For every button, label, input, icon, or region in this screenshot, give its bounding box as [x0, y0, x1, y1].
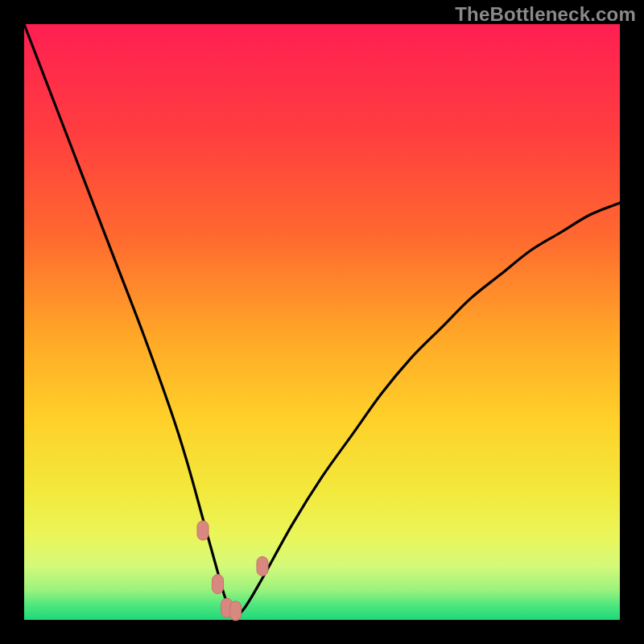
plot-background — [24, 24, 620, 620]
bottleneck-chart — [0, 0, 644, 644]
chart-frame: { "watermark": "TheBottleneck.com", "col… — [0, 0, 644, 644]
curve-marker — [213, 575, 224, 594]
watermark-text: TheBottleneck.com — [455, 3, 636, 26]
curve-marker — [257, 556, 268, 576]
curve-marker — [230, 601, 242, 621]
curve-marker — [197, 521, 208, 540]
